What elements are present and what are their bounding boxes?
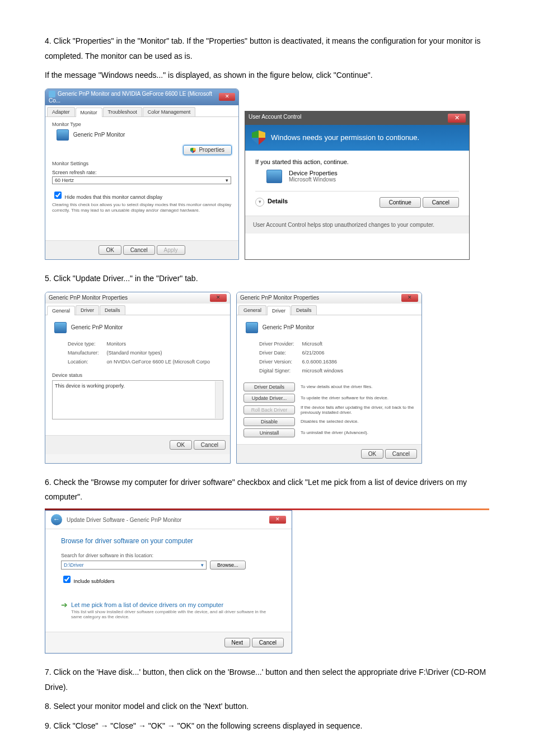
tab-driver[interactable]: Driver — [267, 306, 291, 315]
refresh-rate-label: Screen refresh rate: — [52, 170, 232, 175]
chevron-down-icon[interactable]: ▾ — [255, 198, 264, 207]
update-driver-button[interactable]: Update Driver... — [243, 394, 295, 403]
let-me-pick-option[interactable]: ➔ Let me pick from a list of device driv… — [61, 601, 276, 619]
manufacturer-label: Manufacturer: — [64, 349, 102, 357]
tab-monitor[interactable]: Monitor — [76, 108, 102, 117]
include-subfolders-checkbox[interactable]: Include subfolders — [61, 574, 276, 585]
update-driver-desc: To update the driver software for this d… — [301, 395, 415, 400]
tab-driver[interactable]: Driver — [76, 305, 99, 315]
step-5-text: 5. Click "Update Driver..." in the "Driv… — [45, 271, 489, 286]
monitor-icon — [246, 322, 258, 333]
refresh-rate-value: 60 Hertz — [55, 178, 74, 183]
monitor-name: Generic PnP Monitor — [73, 132, 125, 138]
hide-modes-checkbox-input[interactable] — [54, 192, 62, 199]
search-path-value: D:\Driver — [64, 562, 84, 568]
uac-titlebar: User Account Control ✕ — [245, 111, 469, 125]
driver-details-desc: To view details about the driver files. — [301, 384, 415, 389]
chevron-down-icon: ▾ — [201, 562, 204, 568]
driver-version-label: Driver Version: — [256, 358, 298, 366]
close-icon[interactable]: ✕ — [401, 294, 418, 302]
shield-icon — [252, 130, 265, 145]
decorative-strip — [45, 508, 489, 510]
device-status-text: This device is working properly. — [55, 383, 125, 389]
device-status-label: Device status — [52, 372, 223, 378]
uac-title: User Account Control — [249, 114, 302, 123]
monitor-properties-dialog: Generic PnP Monitor and NVIDIA GeForce 6… — [45, 88, 239, 260]
disable-button[interactable]: Disable — [243, 417, 295, 426]
step-8-text: 8. Select your monitor model and click o… — [45, 699, 489, 714]
uninstall-desc: To uninstall the driver (Advanced). — [301, 430, 415, 435]
apply-button[interactable]: Apply — [157, 245, 185, 255]
tab-general[interactable]: General — [238, 305, 266, 315]
ok-button[interactable]: OK — [170, 440, 192, 450]
tab-details[interactable]: Details — [100, 305, 125, 315]
rollback-driver-button[interactable]: Roll Back Driver — [243, 405, 295, 414]
location-label: Location: — [64, 358, 102, 366]
rollback-driver-desc: If the device fails after updating the d… — [301, 405, 415, 415]
digital-signer-label: Digital Signer: — [256, 367, 298, 375]
tab-troubleshoot[interactable]: Troubleshoot — [103, 107, 142, 116]
titlebar: Generic PnP Monitor and NVIDIA GeForce 6… — [45, 89, 238, 105]
hide-modes-label: Hide modes that this monitor cannot disp… — [65, 194, 163, 200]
monitor-name: Generic PnP Monitor — [71, 324, 123, 330]
search-location-label: Search for driver software in this locat… — [61, 553, 276, 558]
tab-adapter[interactable]: Adapter — [47, 107, 75, 116]
step-4-text: 4. Click "Properties" in the "Monitor" t… — [45, 34, 489, 63]
cancel-button[interactable]: Cancel — [252, 638, 284, 647]
disable-desc: Disables the selected device. — [301, 419, 415, 424]
cancel-button[interactable]: Cancel — [194, 440, 226, 450]
driver-provider-label: Driver Provider: — [256, 340, 298, 348]
hide-modes-checkbox[interactable]: Hide modes that this monitor cannot disp… — [52, 190, 232, 200]
uac-banner: Windows needs your permission to contion… — [245, 125, 469, 151]
include-subfolders-input[interactable] — [63, 576, 71, 583]
digital-signer-value: microsoft windows — [299, 367, 347, 375]
monitor-name: Generic PnP Monitor — [263, 324, 315, 330]
monitor-settings-label: Monitor Settings — [52, 161, 232, 166]
uac-banner-text: Windows needs your permission to contion… — [271, 133, 419, 142]
refresh-rate-dropdown[interactable]: 60 Hertz ▾ — [52, 176, 231, 184]
titlebar: Generic PnP Monitor Properties ✕ — [45, 292, 230, 304]
monitor-props-general-dialog: Generic PnP Monitor Properties ✕ General… — [45, 292, 231, 464]
uac-details-label[interactable]: Details — [268, 198, 288, 204]
window-title: Generic PnP Monitor Properties — [240, 295, 319, 301]
ok-button[interactable]: OK — [361, 449, 383, 459]
window-title: Generic PnP Monitor and NVIDIA GeForce 6… — [49, 91, 212, 104]
monitor-props-driver-dialog: Generic PnP Monitor Properties ✕ General… — [236, 292, 422, 464]
tab-strip: Adapter Monitor Troubleshoot Color Manag… — [45, 105, 238, 117]
properties-button-label: Properties — [199, 147, 224, 153]
properties-button[interactable]: Properties — [183, 145, 232, 155]
manufacturer-value: (Standard monitor types) — [104, 349, 214, 357]
chevron-down-icon: ▾ — [226, 178, 228, 183]
scrollbar[interactable] — [215, 381, 222, 418]
let-me-pick-label: Let me pick from a list of device driver… — [71, 601, 276, 608]
uac-dialog: User Account Control ✕ Windows needs you… — [245, 111, 470, 260]
include-subfolders-label: Include subfolders — [74, 578, 115, 584]
next-button[interactable]: Next — [224, 638, 251, 647]
driver-details-button[interactable]: Driver Details — [243, 382, 295, 391]
continue-button[interactable]: Continue — [380, 197, 421, 208]
uninstall-button[interactable]: Uninstall — [243, 428, 295, 437]
close-icon[interactable]: ✕ — [210, 294, 227, 302]
cancel-button[interactable]: Cancel — [423, 197, 459, 208]
close-icon[interactable]: ✕ — [269, 516, 286, 524]
back-icon[interactable]: ← — [51, 514, 62, 525]
driver-date-value: 6/21/2006 — [299, 349, 347, 357]
ok-button[interactable]: OK — [99, 245, 121, 255]
arrow-icon: ➔ — [61, 601, 68, 608]
monitor-type-label: Monitor Type — [52, 122, 232, 127]
close-icon[interactable]: ✕ — [219, 93, 235, 101]
uac-footer-text: User Account Control helps stop unauthor… — [245, 216, 469, 234]
tab-general[interactable]: General — [47, 306, 75, 315]
browse-button[interactable]: Browse... — [210, 561, 246, 570]
cancel-button[interactable]: Cancel — [123, 245, 155, 255]
cancel-button[interactable]: Cancel — [385, 449, 417, 459]
update-driver-wizard: ← Update Driver Software - Generic PnP M… — [45, 510, 292, 654]
tab-details[interactable]: Details — [291, 305, 317, 315]
search-path-input[interactable]: D:\Driver ▾ — [61, 561, 207, 570]
step-4-text-2: If the message "Windows needs..." is dis… — [45, 68, 489, 83]
step-6-text: 6. Check the "Browse my computer for dri… — [45, 475, 489, 505]
wizard-title: Update Driver Software - Generic PnP Mon… — [67, 517, 181, 523]
tab-color-management[interactable]: Color Management — [143, 107, 196, 116]
close-icon[interactable]: ✕ — [448, 114, 466, 123]
device-type-label: Device type: — [64, 340, 102, 348]
